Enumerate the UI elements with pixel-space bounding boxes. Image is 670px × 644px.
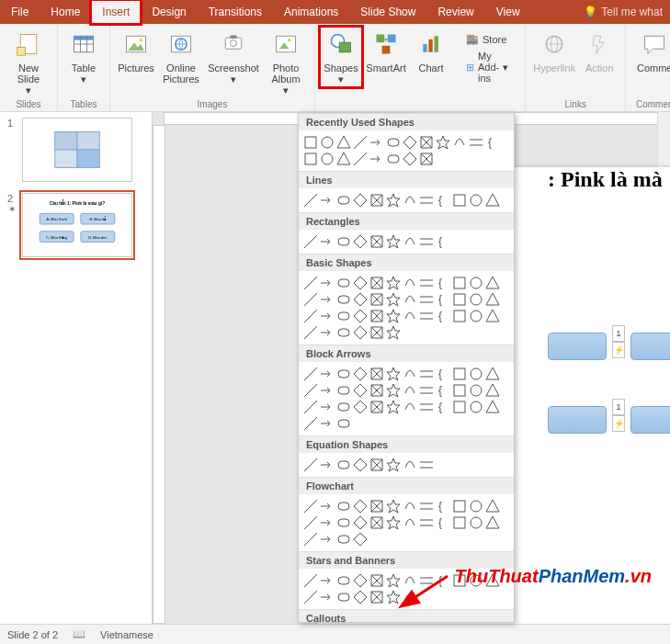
shape-item[interactable]	[451, 382, 468, 399]
shape-item[interactable]	[302, 192, 319, 209]
photo-album-button[interactable]: Photo Album▾	[263, 28, 309, 97]
shape-item[interactable]	[335, 275, 352, 291]
shape-item[interactable]: {	[435, 308, 451, 324]
shape-item[interactable]	[335, 192, 352, 209]
shape-item[interactable]: {	[435, 291, 451, 308]
shape-item[interactable]	[418, 457, 435, 473]
answer-box[interactable]	[630, 333, 670, 360]
shape-item[interactable]	[369, 572, 385, 589]
shape-item[interactable]	[418, 308, 435, 324]
shape-item[interactable]	[319, 308, 335, 324]
shape-item[interactable]	[319, 324, 335, 341]
shape-item[interactable]	[402, 308, 418, 324]
shape-item[interactable]	[451, 399, 468, 415]
shape-item[interactable]	[352, 589, 369, 605]
thumb-2[interactable]: 2 ✶ Câu hỏi 1: Pink là màu gì? A. Màu Xa…	[7, 193, 144, 257]
shape-item[interactable]	[402, 134, 418, 151]
shape-item[interactable]	[319, 531, 335, 548]
shape-item[interactable]	[319, 382, 335, 399]
shape-item[interactable]	[468, 399, 484, 415]
shape-item[interactable]	[451, 291, 468, 308]
shape-item[interactable]	[468, 134, 484, 151]
shape-item[interactable]	[352, 192, 369, 209]
shape-item[interactable]	[385, 275, 402, 291]
shape-item[interactable]	[484, 308, 501, 324]
shape-item[interactable]	[468, 382, 484, 399]
shape-item[interactable]	[451, 275, 468, 291]
shape-item[interactable]	[302, 324, 319, 341]
shape-item[interactable]	[302, 399, 319, 415]
shape-item[interactable]: {	[435, 275, 451, 291]
pictures-button[interactable]: Pictures	[116, 28, 156, 97]
shape-item[interactable]	[302, 366, 319, 382]
shape-item[interactable]	[352, 457, 369, 473]
shape-item[interactable]	[319, 572, 335, 589]
tell-me-search[interactable]: 💡 Tell me what	[576, 0, 670, 24]
shape-item[interactable]	[335, 589, 352, 605]
shape-item[interactable]	[369, 275, 385, 291]
answer-box[interactable]	[548, 406, 607, 434]
shape-item[interactable]	[402, 366, 418, 382]
shape-item[interactable]	[418, 498, 435, 514]
shape-item[interactable]: {	[435, 514, 451, 531]
online-pictures-button[interactable]: Online Pictures	[158, 28, 204, 97]
shape-item[interactable]	[402, 457, 418, 473]
shape-item[interactable]	[352, 275, 369, 291]
screenshot-button[interactable]: Screenshot▾	[206, 28, 261, 97]
shape-item[interactable]	[335, 366, 352, 382]
animation-lightning-icon[interactable]: ⚡	[612, 415, 625, 432]
shape-item[interactable]	[335, 233, 352, 250]
shape-item[interactable]	[468, 514, 484, 531]
shape-item[interactable]	[302, 291, 319, 308]
shape-item[interactable]	[352, 514, 369, 531]
shape-item[interactable]	[319, 275, 335, 291]
shape-item[interactable]	[385, 151, 402, 167]
shape-item[interactable]	[369, 399, 385, 415]
shape-item[interactable]	[369, 134, 385, 151]
tab-view[interactable]: View	[485, 0, 531, 24]
shape-item[interactable]	[451, 366, 468, 382]
shape-item[interactable]	[319, 514, 335, 531]
shape-item[interactable]	[302, 572, 319, 589]
shape-item[interactable]	[385, 457, 402, 473]
shape-item[interactable]	[385, 134, 402, 151]
shape-item[interactable]	[335, 498, 352, 514]
shape-item[interactable]	[451, 134, 468, 151]
shape-item[interactable]	[484, 399, 501, 415]
shape-item[interactable]	[352, 531, 369, 548]
shape-item[interactable]	[302, 151, 319, 167]
shape-item[interactable]: {	[435, 233, 451, 250]
shape-item[interactable]	[319, 415, 335, 432]
shape-item[interactable]	[352, 134, 369, 151]
shape-item[interactable]	[484, 382, 501, 399]
shape-item[interactable]: {	[435, 498, 451, 514]
shape-item[interactable]	[352, 399, 369, 415]
shape-item[interactable]	[352, 233, 369, 250]
shape-item[interactable]	[369, 366, 385, 382]
shape-item[interactable]	[369, 192, 385, 209]
shape-item[interactable]	[335, 382, 352, 399]
animation-tag[interactable]: 1	[612, 325, 625, 342]
shape-item[interactable]	[319, 399, 335, 415]
shape-item[interactable]	[418, 151, 435, 167]
shape-item[interactable]	[418, 233, 435, 250]
chart-button[interactable]: Chart	[411, 28, 451, 86]
shape-item[interactable]	[402, 275, 418, 291]
language-indicator[interactable]: Vietnamese	[100, 629, 153, 640]
answer-box[interactable]	[630, 406, 670, 434]
tab-home[interactable]: Home	[40, 0, 91, 24]
shape-item[interactable]	[451, 498, 468, 514]
shape-item[interactable]	[302, 514, 319, 531]
shape-item[interactable]	[335, 415, 352, 432]
shape-item[interactable]	[352, 324, 369, 341]
shape-item[interactable]	[319, 134, 335, 151]
shape-item[interactable]	[335, 308, 352, 324]
shape-item[interactable]	[385, 291, 402, 308]
shape-item[interactable]	[402, 192, 418, 209]
shape-item[interactable]	[369, 498, 385, 514]
smartart-button[interactable]: SmartArt	[363, 28, 409, 86]
shape-item[interactable]	[468, 498, 484, 514]
shape-item[interactable]	[385, 498, 402, 514]
shape-item[interactable]	[418, 382, 435, 399]
shape-item[interactable]	[418, 366, 435, 382]
